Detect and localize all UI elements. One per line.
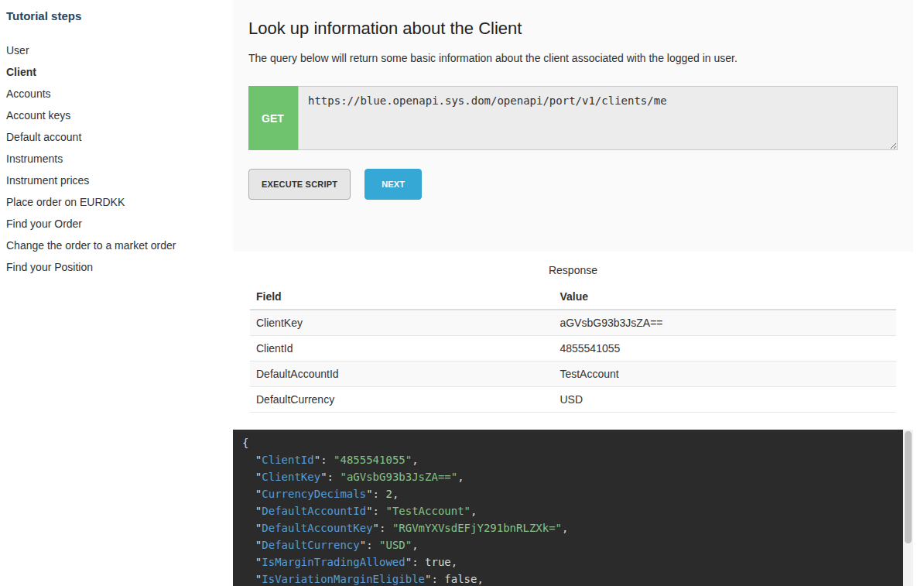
response-section: Response FieldValue ClientKeyaGVsbG93b3J… <box>233 252 913 413</box>
table-cell: ClientId <box>250 336 553 362</box>
response-table: FieldValue ClientKeyaGVsbG93b3JsZA==Clie… <box>250 284 896 413</box>
table-row: DefaultCurrencyUSD <box>250 387 896 413</box>
sidebar: Tutorial steps UserClientAccountsAccount… <box>0 0 233 586</box>
table-row: DefaultAccountIdTestAccount <box>250 362 896 387</box>
code-block: { "ClientId": "4855541055", "ClientKey":… <box>242 434 895 586</box>
code-section[interactable]: { "ClientId": "4855541055", "ClientKey":… <box>233 430 913 586</box>
sidebar-item-default-account[interactable]: Default account <box>6 126 227 148</box>
sidebar-item-find-your-order[interactable]: Find your Order <box>6 213 227 235</box>
table-cell: ClientKey <box>250 310 553 336</box>
table-cell: TestAccount <box>553 362 896 387</box>
table-cell: DefaultCurrency <box>250 387 553 413</box>
code-line: { <box>242 434 895 451</box>
code-line: "IsMarginTradingAllowed": true, <box>242 553 895 571</box>
code-line: "IsVariationMarginEligible": false, <box>242 571 895 586</box>
table-row: ClientKeyaGVsbG93b3JsZA== <box>250 310 896 336</box>
http-method-badge: GET <box>248 86 298 150</box>
sidebar-item-instrument-prices[interactable]: Instrument prices <box>6 170 227 191</box>
column-header: Field <box>250 284 553 310</box>
sidebar-nav: UserClientAccountsAccount keysDefault ac… <box>6 39 227 278</box>
execute-script-button[interactable]: EXECUTE SCRIPT <box>248 169 351 200</box>
button-row: EXECUTE SCRIPT NEXT <box>248 169 898 200</box>
sidebar-item-find-your-position[interactable]: Find your Position <box>6 256 227 278</box>
sidebar-title: Tutorial steps <box>6 9 227 22</box>
table-cell: aGVsbG93b3JsZA== <box>553 310 896 336</box>
code-scrollbar-track[interactable] <box>903 430 913 586</box>
table-cell: 4855541055 <box>553 336 896 362</box>
code-line: "ClientId": "4855541055", <box>242 451 895 468</box>
code-line: "DefaultCurrency": "USD", <box>242 536 895 553</box>
page-title: Look up information about the Client <box>248 19 898 39</box>
next-button[interactable]: NEXT <box>364 169 422 200</box>
code-line: "DefaultAccountKey": "RGVmYXVsdEFjY291bn… <box>242 519 895 536</box>
code-line: "CurrencyDecimals": 2, <box>242 485 895 502</box>
sidebar-item-accounts[interactable]: Accounts <box>6 83 227 105</box>
sidebar-item-account-keys[interactable]: Account keys <box>6 105 227 126</box>
request-panel: Look up information about the Client The… <box>233 0 913 252</box>
code-scrollbar-thumb[interactable] <box>905 431 912 543</box>
sidebar-item-place-order-on-eurdkk[interactable]: Place order on EURDKK <box>6 191 227 213</box>
table-row: ClientId4855541055 <box>250 336 896 362</box>
page: Tutorial steps UserClientAccountsAccount… <box>0 0 924 586</box>
table-header-row: FieldValue <box>250 284 896 310</box>
sidebar-item-client[interactable]: Client <box>6 61 227 83</box>
sidebar-item-user[interactable]: User <box>6 39 227 61</box>
main-content: Look up information about the Client The… <box>233 0 913 586</box>
page-description: The query below will return some basic i… <box>248 52 898 64</box>
table-cell: USD <box>553 387 896 413</box>
response-table-body: ClientKeyaGVsbG93b3JsZA==ClientId4855541… <box>250 310 896 413</box>
request-url-input[interactable]: https://blue.openapi.sys.dom/openapi/por… <box>298 86 898 150</box>
response-heading: Response <box>250 264 896 276</box>
code-line: "ClientKey": "aGVsbG93b3JsZA==", <box>242 468 895 485</box>
column-header: Value <box>553 284 896 310</box>
sidebar-item-instruments[interactable]: Instruments <box>6 148 227 170</box>
table-cell: DefaultAccountId <box>250 362 553 387</box>
request-row: GET https://blue.openapi.sys.dom/openapi… <box>248 86 898 150</box>
sidebar-item-change-the-order-to-a-market-order[interactable]: Change the order to a market order <box>6 235 227 256</box>
code-line: "DefaultAccountId": "TestAccount", <box>242 502 895 519</box>
